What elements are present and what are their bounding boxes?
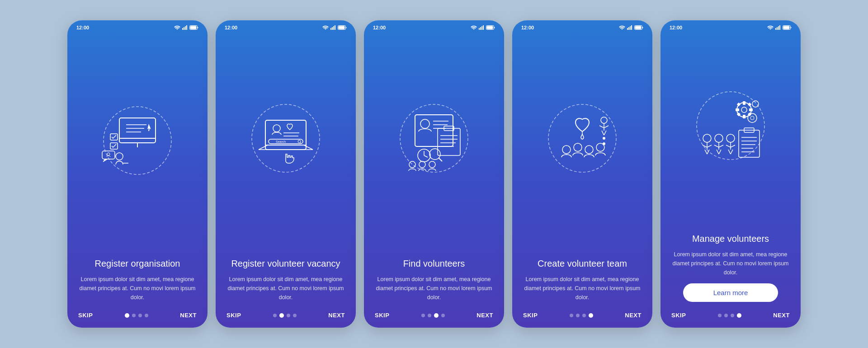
svg-point-107 — [726, 134, 735, 142]
skip-btn-1[interactable]: SKIP — [78, 312, 93, 319]
svg-rect-2 — [185, 26, 186, 30]
svg-point-98 — [752, 101, 759, 107]
next-btn-2[interactable]: NEXT — [328, 312, 345, 319]
status-bar-3: 12:00 — [364, 20, 504, 32]
signal-icon-4 — [627, 25, 632, 30]
text-area-5: Manage volunteers Lorem ipsum dolor sit … — [660, 228, 801, 306]
screen-manage-volunteers: 12:00 — [660, 20, 801, 328]
dot-2-0 — [273, 314, 277, 317]
svg-rect-0 — [182, 28, 183, 30]
manage-volunteers-icon — [685, 85, 776, 175]
svg-rect-63 — [628, 27, 629, 30]
svg-rect-90 — [736, 108, 739, 111]
dot-5-2 — [731, 314, 734, 317]
time-5: 12:00 — [670, 25, 682, 30]
next-btn-1[interactable]: NEXT — [180, 312, 197, 319]
learn-more-button[interactable]: Learn more — [683, 283, 778, 302]
screen-title-1: Register organisation — [78, 258, 197, 269]
dot-1-0 — [125, 313, 129, 318]
svg-rect-36 — [479, 28, 480, 30]
svg-point-78 — [603, 142, 605, 145]
dot-1-3 — [145, 314, 148, 317]
screen-create-team: 12:00 — [512, 20, 652, 328]
status-bar-5: 12:00 — [660, 20, 801, 32]
screen-find-volunteers: 12:00 — [364, 20, 504, 328]
svg-rect-81 — [778, 26, 779, 30]
skip-btn-4[interactable]: SKIP — [523, 312, 538, 319]
svg-rect-91 — [749, 108, 753, 111]
svg-text:Search: Search — [276, 140, 286, 143]
dots-3 — [421, 313, 445, 318]
dots-1 — [125, 313, 148, 318]
dot-2-3 — [293, 314, 297, 317]
screen-title-2: Register volunteer vacancy — [226, 258, 345, 269]
svg-rect-48 — [438, 128, 460, 155]
signal-icon-2 — [330, 25, 336, 30]
svg-point-103 — [715, 134, 723, 142]
text-area-1: Register organisation Lorem ipsum dolor … — [67, 253, 208, 306]
screen-body-2: Lorem ipsum dolor sit dim amet, mea regi… — [226, 275, 345, 302]
svg-point-60 — [419, 161, 425, 168]
dot-1-1 — [132, 314, 136, 317]
svg-rect-23 — [335, 25, 335, 30]
screen-register-org: 12:00 — [67, 20, 208, 328]
signal-icon-5 — [775, 25, 781, 30]
status-icons-1 — [174, 25, 198, 30]
screen-title-5: Manage volunteers — [671, 233, 790, 245]
battery-icon-1 — [189, 25, 198, 30]
status-icons-5 — [767, 25, 792, 30]
svg-point-77 — [603, 137, 605, 140]
register-vacancy-icon: Search — [241, 98, 331, 188]
dot-5-1 — [724, 314, 728, 317]
screen-body-3: Lorem ipsum dolor sit dim amet, mea regi… — [375, 275, 493, 302]
screen-body-4: Lorem ipsum dolor sit dim amet, mea regi… — [523, 275, 642, 302]
screen-body-1: Lorem ipsum dolor sit dim amet, mea regi… — [78, 275, 197, 302]
status-bar-2: 12:00 — [216, 20, 356, 32]
svg-rect-80 — [777, 27, 778, 30]
svg-point-6 — [104, 107, 171, 174]
dot-4-1 — [576, 314, 580, 317]
next-btn-4[interactable]: NEXT — [625, 312, 642, 319]
icon-area-3 — [364, 32, 504, 253]
signal-icon-3 — [479, 25, 484, 30]
svg-point-68 — [548, 104, 616, 172]
svg-rect-79 — [775, 28, 776, 30]
svg-rect-20 — [330, 28, 331, 30]
svg-rect-88 — [743, 101, 745, 105]
svg-point-71 — [585, 146, 593, 154]
status-bar-1: 12:00 — [67, 20, 208, 32]
svg-rect-21 — [332, 27, 333, 30]
svg-rect-64 — [630, 26, 631, 30]
screen-body-5: Lorem ipsum dolor sit dim amet, mea regi… — [671, 250, 790, 277]
svg-rect-84 — [783, 26, 790, 29]
dot-2-2 — [287, 314, 290, 317]
svg-rect-5 — [190, 26, 197, 29]
skip-btn-5[interactable]: SKIP — [671, 312, 686, 319]
battery-icon-2 — [338, 25, 347, 30]
text-area-2: Register volunteer vacancy Lorem ipsum d… — [216, 253, 356, 306]
skip-btn-3[interactable]: SKIP — [375, 312, 389, 319]
svg-point-96 — [748, 113, 757, 122]
next-btn-3[interactable]: NEXT — [476, 312, 493, 319]
svg-rect-39 — [483, 25, 484, 30]
svg-rect-37 — [480, 27, 481, 30]
dot-3-3 — [441, 314, 445, 317]
wifi-icon-5 — [767, 25, 774, 30]
text-area-4: Create volunteer team Lorem ipsum dolor … — [512, 253, 652, 306]
skip-btn-2[interactable]: SKIP — [226, 312, 241, 319]
bottom-nav-1: SKIP NEXT — [67, 306, 208, 328]
battery-icon-4 — [634, 25, 643, 30]
svg-line-101 — [705, 150, 707, 154]
bottom-nav-5: SKIP NEXT — [660, 306, 801, 328]
next-btn-5[interactable]: NEXT — [773, 312, 790, 319]
status-icons-4 — [619, 25, 643, 30]
svg-line-58 — [439, 158, 442, 161]
dot-5-0 — [718, 314, 722, 317]
svg-rect-89 — [743, 115, 745, 118]
svg-line-106 — [719, 150, 721, 154]
dot-4-0 — [570, 314, 573, 317]
status-icons-2 — [322, 25, 347, 30]
time-2: 12:00 — [225, 25, 237, 30]
dot-1-2 — [138, 314, 142, 317]
screens-container: 12:00 — [67, 20, 801, 328]
